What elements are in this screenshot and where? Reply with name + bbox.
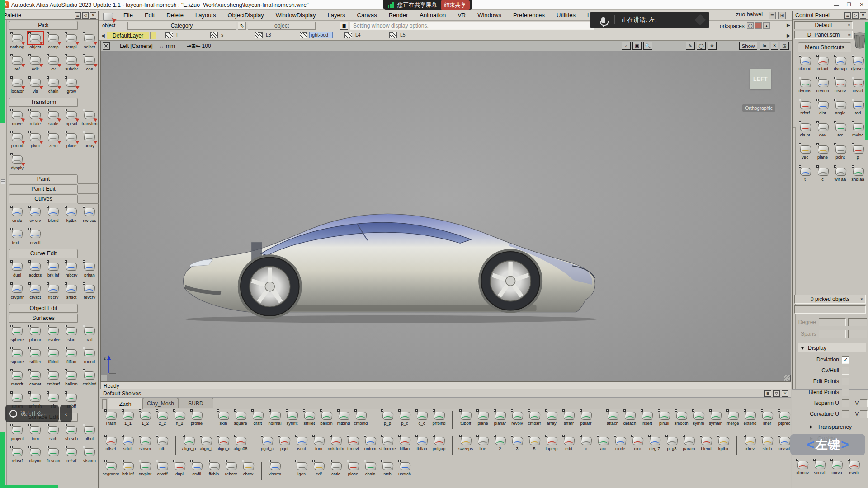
tool-t[interactable]: t bbox=[796, 164, 814, 186]
display-section-header[interactable]: Display bbox=[798, 343, 866, 352]
tool-3[interactable]: 3 bbox=[509, 435, 526, 451]
tool-rail[interactable]: rail bbox=[80, 323, 99, 345]
ruler-icon[interactable]: ⊫ bbox=[760, 42, 769, 50]
deviation-checkbox[interactable]: ✓ bbox=[842, 356, 849, 364]
tool-circ[interactable]: circ bbox=[629, 435, 646, 451]
tool-tuboff[interactable]: tuboff bbox=[457, 409, 474, 426]
emoji-icon[interactable] bbox=[9, 410, 17, 418]
tool-dupl[interactable]: dupl bbox=[8, 258, 26, 281]
palette-close-icon[interactable]: ✕ bbox=[90, 12, 96, 19]
menu-file[interactable]: File bbox=[118, 10, 139, 20]
tool-ballcm[interactable]: ballcm bbox=[318, 409, 335, 426]
shelves-close-icon[interactable]: ✕ bbox=[782, 390, 788, 397]
shelves-menu-icon[interactable]: ≣ bbox=[764, 390, 771, 397]
degree-v-input[interactable] bbox=[848, 318, 867, 326]
tool-plane[interactable]: plane bbox=[474, 409, 491, 426]
tool-edf[interactable]: edf bbox=[310, 460, 327, 476]
tool-pivot[interactable]: pivot bbox=[26, 129, 44, 151]
preset-dropdown[interactable]: Default ▼ bbox=[794, 21, 853, 29]
tool-dupl[interactable]: dupl bbox=[171, 460, 188, 476]
cp-close-icon[interactable]: ✕ bbox=[860, 12, 866, 19]
tool-fit-scan[interactable]: fit scan bbox=[44, 444, 62, 466]
tool-ffblnd[interactable]: ffblnd bbox=[44, 345, 62, 367]
promptline-list-icon[interactable]: ≣ bbox=[340, 22, 348, 30]
tabstrip-grip[interactable] bbox=[102, 399, 107, 409]
menu-grid-icon[interactable]: ⊞ bbox=[778, 12, 786, 19]
workspace-icon-2[interactable] bbox=[755, 22, 762, 29]
menu-delete[interactable]: Delete bbox=[160, 10, 189, 20]
tool-ballcm[interactable]: ballcm bbox=[62, 367, 80, 389]
tool-crvcon[interactable]: crvcon bbox=[814, 75, 831, 97]
tool-pnlgap[interactable]: pnlgap bbox=[430, 435, 448, 451]
trash-icon[interactable] bbox=[853, 32, 867, 49]
tool-cmblnd[interactable]: cmblnd bbox=[80, 367, 99, 389]
tool-crvsrf[interactable]: crvsrf bbox=[849, 75, 867, 97]
tool-array[interactable]: array bbox=[80, 129, 99, 151]
tool-ptprec[interactable]: ptprec bbox=[776, 409, 793, 426]
palette-section-curves[interactable]: Curves bbox=[9, 194, 78, 203]
cp-expand-icon[interactable]: ▷ bbox=[852, 12, 859, 19]
tool-place[interactable]: place bbox=[62, 129, 80, 151]
tool-rebcrv[interactable]: rebcrv bbox=[62, 258, 80, 281]
curvature-u-checkbox[interactable] bbox=[842, 410, 849, 418]
tool-arc[interactable]: arc bbox=[594, 435, 612, 451]
tool-detach[interactable]: detach bbox=[621, 409, 638, 426]
spans-u-input[interactable] bbox=[819, 330, 846, 338]
tool-unstch[interactable]: unstch bbox=[396, 460, 413, 476]
tool-srfsrf[interactable]: srfsrf bbox=[796, 97, 814, 119]
palette-section-surfaces[interactable]: Surfaces bbox=[9, 314, 78, 323]
chat-collapse-icon[interactable]: ‹ bbox=[60, 405, 72, 422]
menu-preferences[interactable]: Preferences bbox=[507, 10, 551, 20]
layer-chip-l5[interactable]: L5 bbox=[389, 32, 422, 38]
menu-utilities[interactable]: Utilities bbox=[551, 10, 581, 20]
tool-align-t[interactable]: align_t bbox=[198, 435, 215, 451]
tool-sh-sub[interactable]: sh sub bbox=[62, 422, 80, 444]
tool-offset[interactable]: offset bbox=[102, 435, 119, 451]
tool-p-mod[interactable]: p mod bbox=[8, 129, 26, 151]
tool-insert[interactable]: insert bbox=[638, 409, 656, 426]
tool-profile[interactable]: profile bbox=[188, 409, 205, 426]
tool-prfblnd[interactable]: prfblnd bbox=[430, 409, 448, 426]
tool-circle[interactable]: circle bbox=[612, 435, 629, 451]
tool-array[interactable]: array bbox=[543, 409, 560, 426]
shelves-title-bar[interactable]: Default Shelves ≣ ▽ ✕ bbox=[100, 389, 791, 398]
tool-filflan[interactable]: filflan bbox=[396, 435, 413, 451]
tool-line[interactable]: line bbox=[474, 435, 491, 451]
tool-curva[interactable]: curva bbox=[828, 459, 845, 475]
tool-crvcrv[interactable]: crvcrv bbox=[831, 75, 849, 97]
tool-ntb[interactable]: ntb bbox=[154, 435, 171, 451]
corner-layout-icon[interactable]: ◳ bbox=[780, 42, 789, 50]
shelf-tab-zach[interactable]: Zach bbox=[108, 398, 143, 409]
tool-crvplnr[interactable]: crvplnr bbox=[8, 281, 26, 303]
default-layer-notch[interactable] bbox=[150, 32, 156, 39]
tool-edit[interactable]: edit bbox=[26, 52, 44, 75]
palette-title-bar[interactable]: Palette ≣ ◁ ✕ bbox=[0, 11, 98, 20]
tool-1-2[interactable]: 1_2 bbox=[137, 409, 154, 426]
tool-liner[interactable]: liner bbox=[759, 409, 776, 426]
tool-xfrmcv[interactable]: xfrmcv bbox=[794, 459, 811, 475]
close-button[interactable]: ✕ bbox=[855, 0, 868, 9]
tool-comp[interactable]: comp bbox=[44, 30, 62, 52]
tool-blend[interactable]: blend bbox=[698, 435, 715, 451]
tool-mtblnd[interactable]: mtblnd bbox=[335, 409, 352, 426]
degree-u-input[interactable] bbox=[819, 318, 846, 326]
tool-grow[interactable]: grow bbox=[62, 75, 80, 97]
tool-object[interactable]: object bbox=[26, 30, 44, 52]
tool-smooth[interactable]: smooth bbox=[673, 409, 690, 426]
palette-section-object-edit[interactable]: Object Edit bbox=[9, 304, 78, 313]
tool-point[interactable]: point bbox=[831, 141, 849, 164]
tool-trmcvt[interactable]: trmcvt bbox=[344, 435, 362, 451]
tool-n-2[interactable]: n_2 bbox=[171, 409, 188, 426]
viewport-window[interactable]: Left [Camera] ↔ mm ⇥⊞⇤ 100 ⌕ ▣ 🔍 ✎ ◯ ✥ S… bbox=[100, 41, 791, 382]
chat-placeholder[interactable]: 说点什么... bbox=[20, 410, 47, 418]
tool-crvplnr[interactable]: crvplnr bbox=[137, 460, 154, 476]
layerbar-scroll-right-icon[interactable]: ▶ bbox=[787, 33, 790, 38]
tool-crvnet[interactable]: crvnet bbox=[26, 367, 44, 389]
tool-c[interactable]: c bbox=[814, 164, 831, 186]
tool-chain[interactable]: chain bbox=[44, 75, 62, 97]
curvature-u-v-checkbox[interactable] bbox=[860, 410, 868, 418]
tool-dvmap[interactable]: dvmap bbox=[831, 53, 849, 75]
tool-revolv[interactable]: revolv bbox=[509, 409, 526, 426]
shelves-collapse-icon[interactable]: ▽ bbox=[773, 390, 780, 397]
cp-menu-icon[interactable]: ≣ bbox=[844, 12, 851, 19]
